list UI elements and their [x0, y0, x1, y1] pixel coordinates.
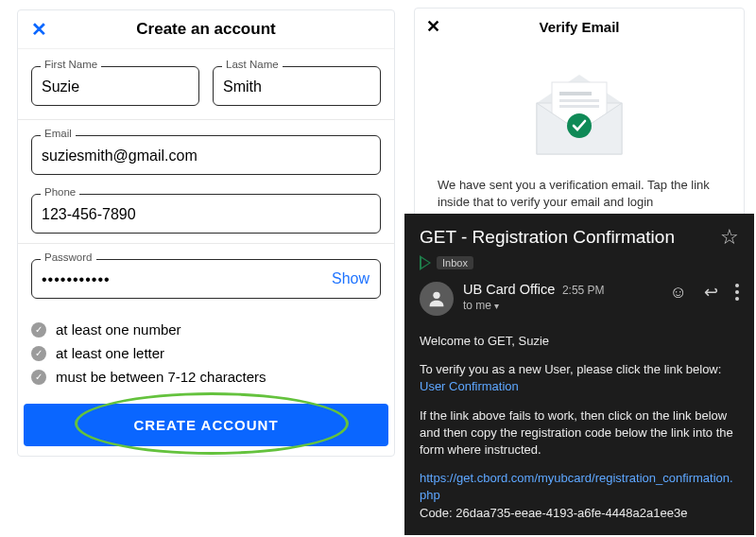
instruction-text: To verify you as a new User, please clic…	[420, 362, 721, 376]
show-password-button[interactable]: Show	[332, 270, 369, 287]
req-number: ✓at least one number	[31, 321, 381, 338]
svg-point-10	[735, 290, 739, 294]
svg-point-11	[735, 297, 739, 301]
svg-rect-5	[559, 105, 599, 108]
email-time: 2:55 PM	[562, 284, 605, 297]
fallback-text: If the link above fails to work, then cl…	[420, 407, 739, 459]
password-requirements: ✓at least one number ✓at least one lette…	[18, 308, 394, 404]
create-title: Create an account	[50, 20, 362, 39]
sender-name: UB Card Office	[463, 282, 555, 297]
recipients[interactable]: to me ▾	[463, 299, 661, 312]
verify-text: We have sent you a verification email. T…	[415, 171, 744, 214]
contact-section: Email Phone	[18, 120, 394, 243]
registration-url-link[interactable]: https://get.cbord.com/myubcard/registrat…	[420, 471, 733, 502]
instruction-block: To verify you as a new User, please clic…	[420, 361, 739, 395]
star-icon[interactable]: ☆	[720, 225, 739, 250]
phone-input[interactable]	[31, 194, 381, 234]
password-input[interactable]	[31, 259, 381, 299]
label-row: Inbox	[420, 255, 739, 270]
email-panel: GET - Registration Confirmation ☆ Inbox …	[404, 214, 754, 535]
close-icon[interactable]: ✕	[426, 16, 445, 37]
emoji-icon[interactable]: ☺	[670, 283, 687, 303]
inbox-tag[interactable]: Inbox	[437, 256, 473, 269]
reply-icon[interactable]: ↩	[704, 282, 718, 303]
req-letter: ✓at least one letter	[31, 345, 381, 361]
phone-field[interactable]: Phone	[31, 194, 381, 234]
create-titlebar: ✕ Create an account	[18, 10, 394, 49]
more-icon[interactable]	[735, 284, 739, 301]
sender-row: UB Card Office 2:55 PM to me ▾ ☺ ↩	[420, 282, 739, 316]
greeting: Welcome to GET, Suzie	[420, 333, 739, 350]
email-label: Email	[41, 128, 76, 139]
create-button-wrap: CREATE ACCOUNT	[18, 404, 394, 456]
last-name-label: Last Name	[222, 59, 283, 70]
phone-label: Phone	[41, 186, 79, 198]
last-name-input[interactable]	[213, 66, 381, 106]
verify-titlebar: ✕ Verify Email	[415, 9, 744, 44]
verify-title: Verify Email	[445, 19, 713, 35]
verify-email-panel: ✕ Verify Email We have sent you a verifi…	[414, 8, 745, 228]
registration-code: Code: 26daa735-eeae-4193-a6fe-4448a2a1ee…	[420, 506, 687, 520]
email-field[interactable]: Email	[31, 135, 381, 175]
last-name-field[interactable]: Last Name	[213, 66, 381, 106]
first-name-label: First Name	[41, 59, 101, 70]
sender-block: UB Card Office 2:55 PM to me ▾	[463, 282, 661, 312]
svg-rect-3	[559, 92, 592, 95]
check-icon: ✓	[31, 370, 46, 385]
close-icon[interactable]: ✕	[31, 18, 50, 41]
email-body: Welcome to GET, Suzie To verify you as a…	[420, 333, 739, 522]
check-icon: ✓	[31, 346, 46, 361]
envelope-icon	[518, 58, 641, 162]
avatar-icon[interactable]	[420, 282, 454, 316]
first-name-input[interactable]	[31, 66, 199, 106]
chevron-down-icon: ▾	[494, 301, 499, 311]
email-subject: GET - Registration Confirmation	[420, 227, 675, 248]
email-actions: ☺ ↩	[670, 282, 739, 303]
svg-point-9	[735, 284, 739, 287]
envelope-illustration	[415, 44, 744, 171]
check-icon: ✓	[31, 322, 46, 338]
name-row: First Name Last Name	[18, 49, 394, 119]
password-section: Password Show	[18, 244, 394, 308]
important-icon[interactable]	[420, 255, 431, 270]
svg-rect-4	[559, 99, 599, 102]
first-name-field[interactable]: First Name	[31, 66, 199, 106]
email-input[interactable]	[31, 135, 381, 175]
subject-row: GET - Registration Confirmation ☆	[420, 225, 739, 250]
create-account-panel: ✕ Create an account First Name Last Name…	[17, 9, 395, 457]
create-account-button[interactable]: CREATE ACCOUNT	[24, 404, 388, 446]
confirmation-link[interactable]: User Confirmation	[420, 379, 519, 393]
password-field[interactable]: Password Show	[31, 259, 381, 299]
svg-point-8	[433, 292, 439, 299]
req-length: ✓must be between 7-12 characters	[31, 369, 381, 385]
password-label: Password	[41, 251, 96, 263]
url-code-block: https://get.cbord.com/myubcard/registrat…	[420, 470, 739, 522]
